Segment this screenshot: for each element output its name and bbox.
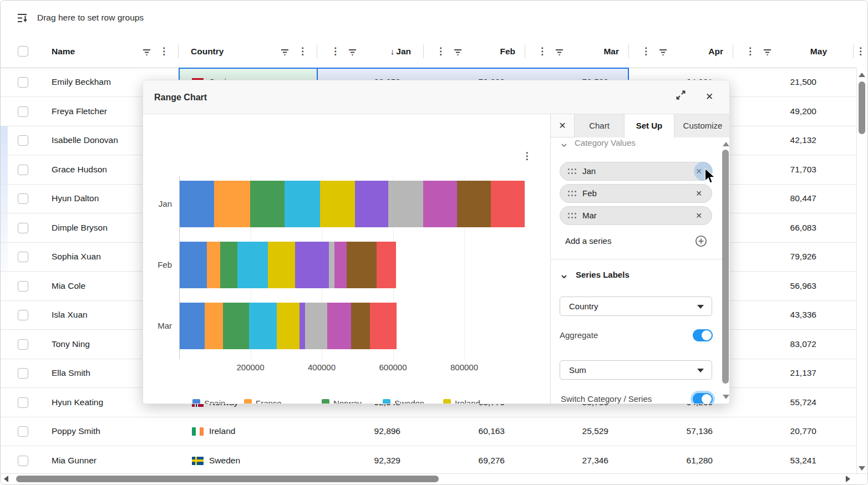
cell-name[interactable]: Mia Gunner [52, 446, 97, 475]
column-separator[interactable] [733, 44, 733, 58]
cell-mar[interactable]: 25,529 [542, 417, 608, 446]
cell-may[interactable]: 71,703 [750, 155, 816, 184]
remove-icon[interactable]: ✕ [694, 207, 704, 224]
horizontal-scrollbar-thumb[interactable] [16, 476, 439, 482]
drag-handle-icon[interactable] [568, 213, 577, 219]
add-series-plus-icon[interactable] [695, 235, 707, 249]
cell-apr[interactable]: 57,136 [646, 417, 713, 446]
legend-item-sweden[interactable]: Sweden [383, 399, 449, 404]
row-checkbox[interactable] [18, 456, 28, 466]
cell-jan[interactable]: 92,896 [334, 417, 400, 446]
cell-may[interactable]: 83,072 [750, 330, 816, 359]
cell-name[interactable]: Isla Xuan [52, 300, 88, 329]
column-menu-icon[interactable]: ⋮ [745, 35, 751, 68]
scroll-right-icon[interactable] [846, 476, 850, 482]
category-pill-feb[interactable]: Feb✕ [560, 184, 712, 203]
cell-may[interactable]: 66,083 [750, 213, 816, 242]
cell-may[interactable]: 43,336 [750, 300, 816, 329]
category-pill-mar[interactable]: Mar✕ [560, 206, 712, 225]
column-menu-icon[interactable]: ⋮ [159, 35, 165, 68]
column-header-may[interactable]: May [771, 35, 827, 68]
switch-category-series-toggle[interactable] [693, 393, 713, 404]
tab-customize[interactable]: Customize [674, 114, 730, 137]
aggregate-function-select[interactable]: Sum [560, 360, 712, 380]
cell-may[interactable]: 21,137 [750, 359, 816, 387]
cell-may[interactable]: 80,447 [750, 184, 816, 213]
column-menu-icon[interactable]: ⋮ [331, 35, 336, 68]
chart-menu-icon[interactable]: ⋮ [520, 150, 534, 163]
cell-may[interactable]: 55,724 [750, 388, 816, 417]
vertical-scrollbar[interactable] [856, 68, 867, 475]
category-values-section-title[interactable]: Category Values [575, 138, 636, 147]
column-header-name[interactable]: Name [52, 35, 75, 68]
cell-may[interactable]: 49,200 [750, 97, 816, 126]
remove-icon[interactable]: ✕ [694, 185, 704, 202]
maximize-icon[interactable] [673, 90, 688, 104]
panel-scrollbar-thumb[interactable] [722, 150, 729, 384]
row-checkbox[interactable] [18, 397, 28, 408]
collapse-icon[interactable] [561, 272, 567, 279]
row-checkbox[interactable] [18, 165, 28, 175]
drag-handle-icon[interactable] [568, 191, 577, 197]
column-header-country[interactable]: Country [191, 35, 224, 68]
cell-name[interactable]: Freya Fletcher [52, 97, 107, 126]
column-menu-icon[interactable]: ⋮ [641, 35, 647, 68]
row-checkbox[interactable] [18, 193, 28, 204]
collapse-icon[interactable] [561, 141, 567, 147]
column-menu-icon[interactable]: ⋮ [856, 35, 861, 68]
column-separator[interactable] [423, 44, 424, 58]
drag-handle-icon[interactable] [568, 169, 577, 175]
cell-name[interactable]: Hyun Keating [52, 388, 103, 417]
cell-name[interactable]: Grace Hudson [52, 155, 107, 184]
add-series-button[interactable]: Add a series [565, 236, 611, 246]
column-separator[interactable] [317, 44, 317, 58]
cell-feb[interactable]: 69,276 [438, 446, 505, 475]
row-group-drop-zone[interactable]: Drag here to set row groups [1, 1, 867, 35]
tab-chart[interactable]: Chart [574, 114, 624, 137]
select-all-checkbox[interactable] [18, 46, 28, 57]
cell-mar[interactable]: 27,346 [542, 446, 608, 475]
column-menu-icon[interactable]: ⋮ [537, 35, 543, 68]
column-separator[interactable] [525, 44, 525, 58]
row-checkbox[interactable] [18, 77, 28, 88]
column-separator[interactable] [853, 44, 854, 58]
cell-name[interactable]: Poppy Smith [52, 417, 100, 446]
legend-item-ireland[interactable]: Ireland [443, 399, 510, 404]
cell-name[interactable]: Mia Cole [52, 272, 85, 300]
row-checkbox[interactable] [18, 281, 28, 292]
cell-name[interactable]: Dimple Bryson [52, 213, 108, 242]
close-icon[interactable]: ✕ [702, 90, 717, 104]
row-checkbox[interactable] [18, 339, 28, 350]
panel-scroll-up-icon[interactable] [723, 142, 729, 146]
cell-may[interactable]: 79,926 [750, 242, 816, 271]
cell-may[interactable]: 21,500 [750, 68, 816, 96]
row-checkbox[interactable] [18, 135, 28, 146]
cell-may[interactable]: 42,132 [750, 126, 816, 155]
series-labels-section-title[interactable]: Series Labels [576, 270, 630, 279]
column-header-mar[interactable]: Mar [564, 35, 619, 68]
scroll-left-icon[interactable] [4, 476, 8, 482]
vertical-scrollbar-thumb[interactable] [859, 81, 865, 134]
category-pill-jan[interactable]: Jan✕ [560, 162, 712, 181]
tab-set-up[interactable]: Set Up [624, 114, 674, 138]
filter-icon[interactable] [555, 48, 564, 58]
series-label-column-select[interactable]: Country [560, 297, 712, 316]
column-header-apr[interactable]: Apr [668, 35, 723, 68]
legend-item-norway[interactable]: Norway [322, 399, 388, 404]
row-checkbox[interactable] [18, 368, 28, 379]
cell-name[interactable]: Tony Ning [52, 330, 90, 359]
cell-country[interactable]: Sweden [209, 446, 240, 475]
row-checkbox[interactable] [18, 426, 28, 437]
cell-apr[interactable]: 61,280 [646, 446, 713, 475]
column-menu-icon[interactable]: ⋮ [298, 35, 303, 68]
cell-name[interactable]: Sophia Xuan [52, 242, 101, 271]
column-separator[interactable] [178, 44, 179, 58]
column-menu-icon[interactable]: ⋮ [436, 35, 441, 68]
cell-name[interactable]: Isabelle Donovan [52, 126, 118, 155]
scroll-down-icon[interactable] [859, 466, 865, 471]
aggregate-toggle[interactable] [693, 329, 713, 341]
filter-icon[interactable] [763, 48, 771, 58]
filter-icon[interactable] [281, 48, 289, 58]
cell-may[interactable]: 20,770 [750, 417, 816, 446]
column-separator[interactable] [628, 44, 629, 58]
